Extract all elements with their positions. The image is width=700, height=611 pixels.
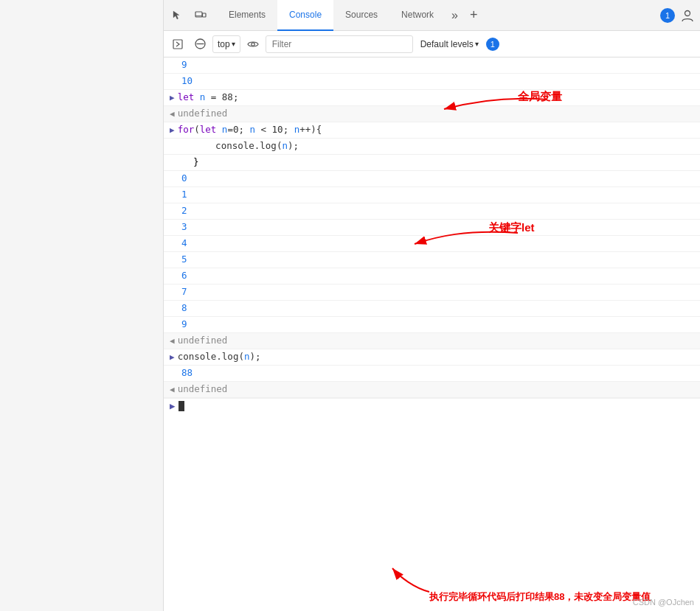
loop-result-label: 执行完毕循环代码后打印结果88，未改变全局变量值 — [429, 590, 651, 604]
console-output[interactable]: 9 10 ▶ let n = 88; ◀ undefined ▶ for(let… — [164, 57, 700, 611]
clear-button[interactable] — [190, 35, 209, 54]
svg-point-7 — [251, 42, 254, 45]
log-level-label: Default levels — [420, 39, 474, 49]
console-line: 9 — [164, 57, 700, 74]
more-tabs-icon[interactable]: » — [446, 0, 464, 31]
tab-network[interactable]: Network — [389, 0, 446, 31]
console-input-log: ▶ console.log(n); — [164, 349, 700, 366]
undefined-value: undefined — [178, 335, 228, 346]
tab-sources[interactable]: Sources — [333, 0, 389, 31]
undefined-value: undefined — [178, 383, 228, 394]
svg-point-3 — [685, 10, 690, 15]
undefined-value: undefined — [178, 108, 228, 119]
code-content: let n = 88; — [178, 91, 239, 102]
device-icon[interactable] — [190, 5, 211, 26]
message-count-badge: 1 — [486, 38, 499, 51]
sidebar — [0, 0, 164, 611]
console-line: 6 — [164, 268, 700, 284]
tab-bar: Elements Console Sources Network » + 1 — [164, 0, 700, 31]
chevron-icon: ▾ — [232, 40, 235, 48]
console-line: 9 — [164, 317, 700, 333]
console-line: 10 — [164, 74, 700, 90]
console-output-undefined-2: ◀ undefined — [164, 333, 700, 349]
notification-badge: 1 — [660, 8, 675, 23]
forward-button[interactable] — [168, 35, 187, 54]
console-prompt-line[interactable]: ▶ — [164, 398, 700, 413]
code-content: console.log(n); — [178, 351, 261, 362]
input-arrow: ▶ — [170, 352, 175, 362]
inspect-icon[interactable] — [167, 5, 187, 26]
console-line: 8 — [164, 301, 700, 317]
console-toolbar: top ▾ Default levels ▾ 1 — [164, 31, 700, 57]
console-line: 5 — [164, 252, 700, 268]
output-arrow: ◀ — [170, 336, 175, 346]
text-cursor — [179, 401, 184, 411]
tabs-container: Elements Console Sources Network » + — [217, 0, 660, 31]
console-output-undefined: ◀ undefined — [164, 106, 700, 122]
input-arrow: ▶ — [170, 125, 175, 135]
tab-elements[interactable]: Elements — [217, 0, 277, 31]
console-line: 2 — [164, 203, 700, 220]
console-line: 1 — [164, 187, 700, 203]
output-value: 10 — [170, 75, 193, 86]
output-arrow: ◀ — [170, 385, 175, 394]
log-level-selector[interactable]: Default levels ▾ — [416, 38, 483, 51]
add-tab-button[interactable]: + — [464, 0, 484, 31]
console-input-for: ▶ for(let n=0; n < 10; n++){ — [164, 122, 700, 139]
output-arrow: ◀ — [170, 109, 175, 119]
console-output-undefined-3: ◀ undefined — [164, 382, 700, 398]
input-arrow: ▶ — [170, 93, 175, 102]
svg-rect-1 — [203, 13, 207, 17]
filter-input[interactable] — [266, 35, 413, 53]
console-closing-brace: } — [164, 155, 700, 171]
console-line: 7 — [164, 284, 700, 301]
code-content: console.log(n); — [193, 140, 299, 151]
code-content: for(let n=0; n < 10; n++){ — [178, 124, 322, 135]
svg-rect-0 — [195, 12, 202, 17]
watermark: CSDN @OJchen — [633, 598, 694, 607]
tab-icon-group — [167, 5, 211, 26]
console-line: 4 — [164, 236, 700, 252]
prompt-caret: ▶ — [170, 400, 176, 411]
console-line: 3 — [164, 220, 700, 236]
console-output-88: 88 — [164, 366, 700, 382]
console-line: 0 — [164, 171, 700, 187]
console-continued-line: console.log(n); — [164, 139, 700, 155]
devtools-panel: Elements Console Sources Network » + 1 — [164, 0, 700, 611]
code-content: } — [193, 156, 199, 167]
output-88: 88 — [170, 367, 193, 378]
context-label: top — [218, 39, 230, 49]
tab-console[interactable]: Console — [277, 0, 333, 31]
person-icon[interactable] — [678, 6, 697, 25]
console-input-let: ▶ let n = 88; — [164, 90, 700, 106]
eye-icon[interactable] — [243, 35, 263, 54]
chevron-down-icon: ▾ — [475, 40, 479, 48]
svg-rect-4 — [173, 40, 182, 49]
output-value: 9 — [170, 59, 187, 70]
arrow-svg-result — [385, 562, 444, 599]
tab-right-icons: 1 — [660, 6, 697, 25]
context-selector[interactable]: top ▾ — [212, 35, 240, 53]
